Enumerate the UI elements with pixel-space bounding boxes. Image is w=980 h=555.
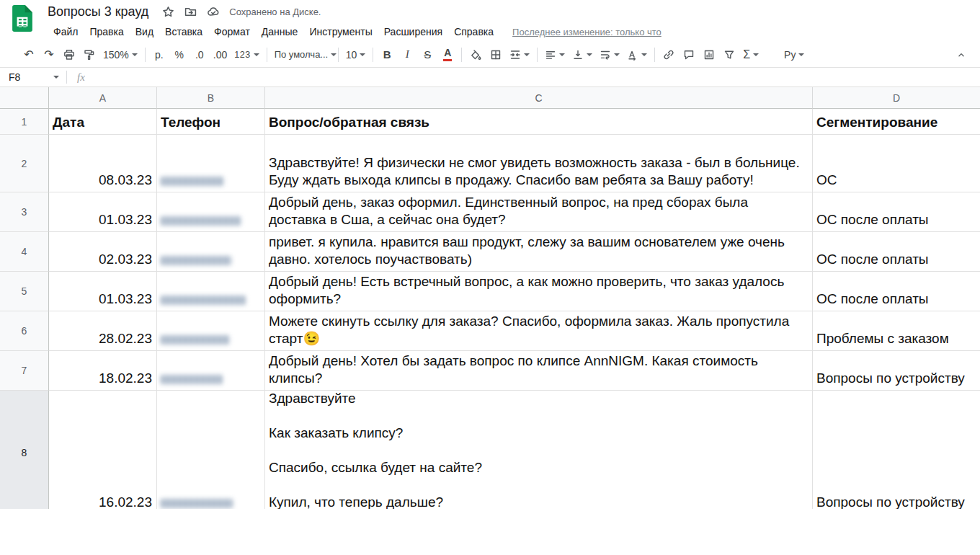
- text-color-button[interactable]: A: [438, 45, 457, 64]
- menu-Вид[interactable]: Вид: [130, 26, 159, 37]
- row-header-3[interactable]: 3: [0, 192, 49, 232]
- menu-Формат[interactable]: Формат: [208, 26, 256, 37]
- row-header-1[interactable]: 1: [0, 109, 49, 135]
- question-text: Добрый день! Хотел бы задать вопрос по к…: [269, 352, 808, 387]
- menu-Инструменты[interactable]: Инструменты: [303, 26, 378, 37]
- currency-format-button[interactable]: р.: [150, 45, 169, 64]
- cell-A1[interactable]: Дата: [49, 109, 157, 135]
- merge-cells-select[interactable]: [507, 45, 533, 64]
- menu-Справка[interactable]: Справка: [448, 26, 499, 37]
- strikethrough-button[interactable]: S: [418, 45, 437, 64]
- zoom-select[interactable]: 150%: [100, 45, 141, 64]
- insert-chart-button[interactable]: [700, 45, 718, 64]
- cell-A8[interactable]: 16.02.23: [49, 391, 157, 509]
- sheets-logo-icon[interactable]: [12, 5, 32, 32]
- collapse-toolbar-button[interactable]: [952, 45, 971, 64]
- redo-button[interactable]: ↷: [40, 45, 58, 64]
- fill-color-button[interactable]: [466, 45, 485, 64]
- cell-A5[interactable]: 01.03.23: [49, 272, 157, 311]
- cell-B2[interactable]: [157, 135, 265, 192]
- row-header-4[interactable]: 4: [0, 232, 49, 272]
- cell-B4[interactable]: [157, 232, 265, 272]
- row-header-7[interactable]: 7: [0, 351, 49, 391]
- cell-D4[interactable]: ОС после оплаты: [813, 232, 980, 272]
- percent-format-button[interactable]: %: [170, 45, 189, 64]
- cell-B6[interactable]: [157, 311, 265, 351]
- cell-B7[interactable]: [157, 351, 265, 391]
- cell-A7[interactable]: 18.02.23: [49, 351, 157, 391]
- functions-select[interactable]: Σ: [740, 45, 762, 64]
- cell-C6[interactable]: Можете скинуть ссылку для заказа? Спасиб…: [265, 311, 813, 351]
- cell-C3[interactable]: Добрый день, заказ оформил. Единственный…: [265, 192, 813, 232]
- text-wrap-select[interactable]: [597, 45, 623, 64]
- row-header-2[interactable]: 2: [0, 135, 49, 192]
- input-tools-select[interactable]: Ру: [781, 45, 807, 64]
- cell-A3[interactable]: 01.03.23: [49, 192, 157, 232]
- cell-A2[interactable]: 08.03.23: [49, 135, 157, 192]
- insert-link-button[interactable]: [659, 45, 678, 64]
- menu-Вставка[interactable]: Вставка: [159, 26, 208, 37]
- cell-C8[interactable]: Здравствуйте Как заказать клипсу? Спасиб…: [265, 391, 813, 509]
- cell-A4[interactable]: 02.03.23: [49, 232, 157, 272]
- menu-Данные[interactable]: Данные: [256, 26, 304, 37]
- formula-input[interactable]: [97, 68, 980, 86]
- menu-Файл[interactable]: Файл: [48, 26, 84, 37]
- column-header-D[interactable]: D: [813, 87, 980, 109]
- cell-D8[interactable]: Вопросы по устройству: [813, 391, 980, 509]
- menu-Расширения[interactable]: Расширения: [378, 26, 448, 37]
- borders-button[interactable]: [486, 45, 505, 64]
- toolbar-divider: [267, 48, 267, 62]
- horizontal-align-select[interactable]: [542, 45, 568, 64]
- saved-status[interactable]: Сохранено на Диске.: [229, 6, 321, 17]
- print-button[interactable]: [60, 45, 79, 64]
- cell-B5[interactable]: [157, 272, 265, 311]
- increase-decimal-button[interactable]: .00: [210, 45, 230, 64]
- last-edit-link[interactable]: Последнее изменение: только что: [512, 27, 662, 37]
- cell-C2[interactable]: Здравствуйте! Я физически не смог увидет…: [265, 135, 813, 192]
- cell-D2[interactable]: ОС: [813, 135, 980, 192]
- move-to-folder-icon[interactable]: [184, 6, 197, 18]
- font-size-select[interactable]: 10: [343, 45, 369, 64]
- insert-comment-button[interactable]: [680, 45, 698, 64]
- select-all-corner[interactable]: [0, 87, 49, 109]
- cell-B3[interactable]: [157, 192, 265, 232]
- paint-format-button[interactable]: [80, 45, 99, 64]
- undo-button[interactable]: ↶: [19, 45, 38, 64]
- column-header-A[interactable]: A: [49, 87, 157, 109]
- cell-C5[interactable]: Добрый день! Есть встречный вопрос, а ка…: [265, 272, 813, 311]
- cell-D3[interactable]: ОС после оплаты: [813, 192, 980, 232]
- cell-C1[interactable]: Вопрос/обратная связь: [265, 109, 813, 135]
- number-format-select[interactable]: 123: [231, 45, 262, 64]
- cell-A6[interactable]: 28.02.23: [49, 311, 157, 351]
- toolbar-divider: [461, 48, 462, 62]
- bold-button[interactable]: B: [378, 45, 396, 64]
- row-header-6[interactable]: 6: [0, 311, 49, 351]
- cell-D7[interactable]: Вопросы по устройству: [813, 351, 980, 391]
- cell-D1[interactable]: Сегментирование: [813, 109, 980, 135]
- column-header-C[interactable]: C: [265, 87, 813, 109]
- toolbar-divider: [537, 48, 538, 62]
- cell-B8[interactable]: [157, 391, 265, 509]
- font-family-select[interactable]: По умолча...: [272, 45, 334, 64]
- column-header-B[interactable]: B: [157, 87, 265, 109]
- menu-Правка[interactable]: Правка: [84, 26, 129, 37]
- row-header-5[interactable]: 5: [0, 272, 49, 311]
- row-header-8[interactable]: 8: [0, 391, 49, 509]
- doc-title[interactable]: Вопросы 3 крауд: [48, 4, 148, 19]
- decrease-decimal-button[interactable]: .0: [190, 45, 209, 64]
- cell-C7[interactable]: Добрый день! Хотел бы задать вопрос по к…: [265, 351, 813, 391]
- text-rotation-select[interactable]: [624, 45, 650, 64]
- font-family-value: По умолча...: [275, 49, 329, 60]
- italic-button[interactable]: I: [398, 45, 416, 64]
- cell-D5[interactable]: ОС после оплаты: [813, 272, 980, 311]
- create-filter-button[interactable]: [720, 45, 739, 64]
- star-icon[interactable]: [162, 6, 174, 18]
- vertical-align-select[interactable]: [569, 45, 595, 64]
- cell-B1[interactable]: Телефон: [157, 109, 265, 135]
- cell-C4[interactable]: привет. я купила. нравится ваш продукт, …: [265, 232, 813, 272]
- increase-decimal-label: .00: [213, 49, 227, 61]
- text-color-icon: A: [443, 48, 452, 61]
- saved-cloud-icon[interactable]: [207, 6, 220, 18]
- cell-D6[interactable]: Проблемы с заказом: [813, 311, 980, 351]
- name-box[interactable]: F8: [0, 68, 66, 86]
